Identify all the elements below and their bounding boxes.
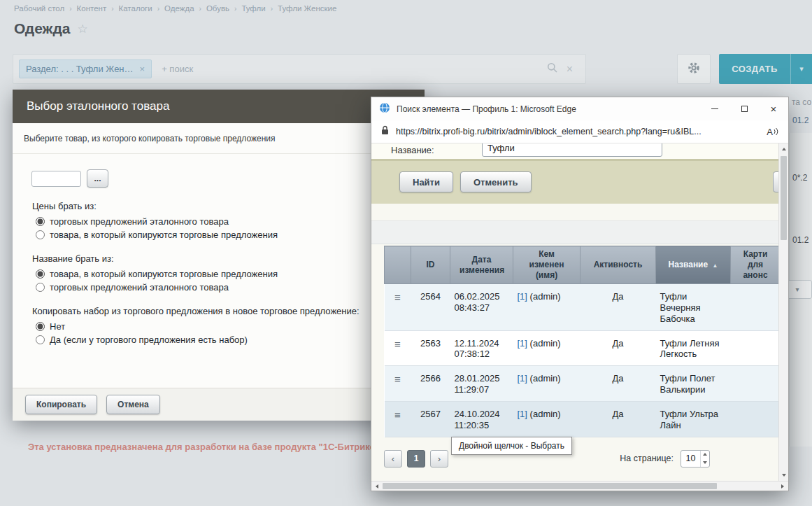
scroll-up-icon[interactable] xyxy=(779,144,788,154)
read-aloud-icon[interactable]: A xyxy=(767,127,778,137)
column-header-picture[interactable]: Карти для анонс xyxy=(731,246,779,284)
radio-input[interactable] xyxy=(36,283,45,292)
user-name: (admin) xyxy=(530,291,561,302)
user-link[interactable]: [1] xyxy=(518,373,527,384)
cell-name: Туфли Летняя Легкость xyxy=(656,330,731,366)
radio-input[interactable] xyxy=(36,335,45,344)
group-label: Копировать набор из торгового предложени… xyxy=(32,306,413,316)
address-bar[interactable]: https://bitrix.profi-big.ru/bitrix/admin… xyxy=(371,120,788,143)
row-menu-icon[interactable]: ≡ xyxy=(394,373,401,385)
radio-input[interactable] xyxy=(36,269,45,279)
scroll-down-icon[interactable] xyxy=(779,470,788,480)
user-link[interactable]: [1] xyxy=(518,291,527,302)
elements-table: ID Дата изменения Кем изменен (имя) Акти… xyxy=(384,246,778,437)
radio-option[interactable]: торговых предложений эталонного товара xyxy=(32,282,413,293)
popup-content: Название: Найти Отменить ID Дата изменен… xyxy=(371,143,778,481)
table-row[interactable]: ≡ 2567 24.10.2024 11:20:35 [1] (admin) Д… xyxy=(385,402,779,437)
next-page-button[interactable]: › xyxy=(430,450,448,468)
site-favicon xyxy=(379,102,390,116)
cell-modified-by: [1] (admin) xyxy=(513,284,580,331)
radio-input[interactable] xyxy=(36,230,45,239)
modal-footer: Копировать Отмена xyxy=(13,388,425,421)
close-button[interactable]: × xyxy=(759,97,788,120)
radio-label: Нет xyxy=(50,321,65,332)
spinner-down-icon[interactable] xyxy=(701,458,709,467)
window-title: Поиск элемента — Профиль 1: Microsoft Ed… xyxy=(397,104,700,114)
user-link[interactable]: [1] xyxy=(518,409,527,419)
cell-modified-by: [1] (admin) xyxy=(513,402,580,437)
horizontal-scrollbar[interactable] xyxy=(371,481,788,491)
vertical-scroll-thumb[interactable] xyxy=(781,156,787,240)
vertical-scrollbar[interactable] xyxy=(778,143,788,481)
per-page-spinner[interactable]: 10 xyxy=(681,450,710,468)
cell-modified-by: [1] (admin) xyxy=(513,366,580,402)
radio-input[interactable] xyxy=(36,322,45,331)
window-titlebar[interactable]: Поиск элемента — Профиль 1: Microsoft Ed… xyxy=(371,97,788,120)
column-header-name[interactable]: Название ▲ xyxy=(656,246,731,284)
copy-button[interactable]: Копировать xyxy=(25,395,97,414)
prev-page-button[interactable]: ‹ xyxy=(384,450,402,468)
search-form-row: Название: xyxy=(371,143,778,159)
cell-name: Туфли Полет Валькирии xyxy=(656,366,731,402)
price-source-group: Цены брать из: торговых предложений этал… xyxy=(24,201,413,240)
name-filter-input[interactable] xyxy=(482,143,662,157)
row-menu-icon[interactable]: ≡ xyxy=(394,338,401,350)
scroll-right-icon[interactable] xyxy=(778,482,788,491)
cell-picture xyxy=(731,402,779,437)
cancel-button[interactable]: Отмена xyxy=(106,395,160,414)
user-name: (admin) xyxy=(530,338,561,349)
browse-button[interactable]: ... xyxy=(87,169,108,188)
radio-label: торговых предложений эталонного товара xyxy=(50,282,229,293)
row-menu-header xyxy=(385,246,411,284)
cell-active: Да xyxy=(580,330,656,366)
radio-option[interactable]: товара, в который копируются торговые пр… xyxy=(32,230,413,240)
column-header-date[interactable]: Дата изменения xyxy=(450,246,513,284)
radio-input[interactable] xyxy=(36,217,45,226)
user-link[interactable]: [1] xyxy=(518,338,527,349)
radio-option[interactable]: товара, в который копируются торговые пр… xyxy=(32,269,413,279)
source-product-input[interactable] xyxy=(31,171,81,187)
table-row[interactable]: ≡ 2564 06.02.2025 08:43:27 [1] (admin) Д… xyxy=(385,284,779,331)
row-menu-icon[interactable]: ≡ xyxy=(394,409,401,421)
radio-option[interactable]: Да (если у торгового предложения есть на… xyxy=(32,335,413,345)
radio-option[interactable]: Нет xyxy=(32,321,413,332)
cell-id: 2564 xyxy=(411,284,450,331)
table-row[interactable]: ≡ 2563 12.11.2024 07:38:12 [1] (admin) Д… xyxy=(385,330,779,366)
minimize-button[interactable] xyxy=(700,97,729,120)
row-menu-icon[interactable]: ≡ xyxy=(394,291,401,303)
modal-header[interactable]: Выбор эталонного товара xyxy=(13,90,425,123)
cell-id: 2566 xyxy=(411,366,450,402)
cell-date: 28.01.2025 11:29:07 xyxy=(450,366,513,402)
url-text[interactable]: https://bitrix.profi-big.ru/bitrix/admin… xyxy=(396,127,760,136)
column-header-modified-by[interactable]: Кем изменен (имя) xyxy=(513,246,580,284)
column-header-active[interactable]: Активность xyxy=(580,246,656,284)
maximize-button[interactable] xyxy=(729,97,759,120)
pagination: ‹ 1 › На странице: 10 xyxy=(384,450,767,468)
cell-modified-by: [1] (admin) xyxy=(513,330,580,366)
minimize-icon xyxy=(711,108,718,109)
modal-description: Выберите товар, из которого копировать т… xyxy=(13,123,425,154)
table-row[interactable]: ≡ 2566 28.01.2025 11:29:07 [1] (admin) Д… xyxy=(385,366,779,402)
sort-asc-icon: ▲ xyxy=(713,262,718,269)
cell-name: Туфли Вечерняя Бабочка xyxy=(656,284,731,331)
horizontal-scroll-thumb[interactable] xyxy=(383,483,717,489)
modal-title: Выбор эталонного товара xyxy=(27,99,169,113)
cell-date: 24.10.2024 11:20:35 xyxy=(450,402,513,437)
radio-option[interactable]: торговых предложений эталонного товара xyxy=(32,216,413,227)
cell-active: Да xyxy=(580,366,656,402)
scroll-left-icon[interactable] xyxy=(372,482,382,491)
cell-picture xyxy=(731,330,779,366)
column-header-id[interactable]: ID xyxy=(411,246,450,284)
radio-label: товара, в который копируются торговые пр… xyxy=(50,230,278,240)
user-name: (admin) xyxy=(530,409,561,419)
find-button[interactable]: Найти xyxy=(399,171,453,192)
cancel-search-button[interactable]: Отменить xyxy=(460,171,532,192)
lock-icon[interactable] xyxy=(381,125,389,138)
radio-label: товара, в который копируются торговые пр… xyxy=(50,269,278,279)
user-name: (admin) xyxy=(530,373,561,384)
clipped-button[interactable] xyxy=(773,171,778,192)
spinner-up-icon[interactable] xyxy=(701,451,709,459)
modal-body: ... Цены брать из: торговых предложений … xyxy=(13,154,425,355)
current-page[interactable]: 1 xyxy=(407,450,425,468)
cell-date: 12.11.2024 07:38:12 xyxy=(450,330,513,366)
